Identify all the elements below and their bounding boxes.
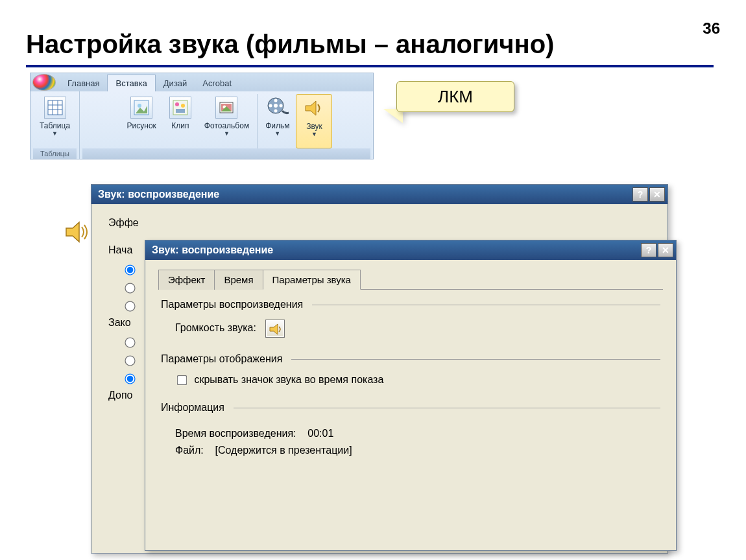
speaker-icon (303, 97, 325, 119)
help-button[interactable]: ? (632, 187, 648, 202)
svg-point-17 (274, 104, 278, 108)
ribbon-item-label: Фильм (265, 121, 289, 130)
film-reel-icon (267, 97, 289, 119)
ribbon-group-label-blank (82, 148, 370, 159)
ribbon-group-tables: Таблица ▼ Таблицы (30, 91, 80, 159)
ribbon-item-table[interactable]: Таблица ▼ (33, 94, 77, 148)
radio-end-1[interactable] (125, 337, 135, 347)
ribbon-tab-row: Главная Вставка Дизай Acrobat (30, 73, 373, 91)
volume-button[interactable] (265, 320, 285, 338)
close-button[interactable]: ✕ (649, 187, 665, 202)
ribbon-item-label: Фотоальбом (204, 121, 249, 130)
callout-lkm: ЛКМ (396, 81, 514, 112)
title-underline (26, 65, 714, 67)
radio-start-2[interactable] (125, 283, 135, 293)
svg-marker-24 (270, 324, 278, 334)
clip-icon (169, 97, 191, 119)
ribbon-tab-acrobat[interactable]: Acrobat (195, 75, 239, 91)
picture-icon (130, 97, 152, 119)
svg-point-18 (274, 99, 277, 102)
checkbox-hide-icon[interactable] (177, 375, 187, 386)
dialog-title: Звук: воспроизведение (152, 244, 273, 256)
svg-point-6 (138, 104, 141, 108)
dropdown-arrow-icon: ▼ (224, 130, 230, 137)
ribbon-item-movie[interactable]: Фильм ▼ (259, 94, 296, 148)
help-button[interactable]: ? (641, 243, 656, 257)
dialog-title: Звук: воспроизведение (98, 189, 219, 200)
dialog-titlebar: Звук: воспроизведение ? ✕ (91, 185, 668, 204)
ribbon-item-picture[interactable]: Рисунок (121, 94, 163, 148)
checkbox-hide-icon-row[interactable]: скрывать значок звука во время показа (175, 374, 383, 385)
ribbon-item-label: Звук (306, 122, 322, 131)
slide-title: Настройка звука (фильмы – аналогично) (26, 30, 554, 59)
tab-sound-params[interactable]: Параметры звука (263, 270, 361, 290)
ribbon-tab-insert[interactable]: Вставка (107, 75, 155, 91)
ribbon-group-illustrations: Рисунок Клип Фотоальбом ▼ (80, 91, 373, 159)
ribbon-item-album[interactable]: Фотоальбом ▼ (198, 94, 256, 148)
dialog-titlebar: Звук: воспроизведение ? ✕ (145, 240, 676, 260)
dropdown-arrow-icon: ▼ (52, 130, 58, 137)
radio-start-3[interactable] (125, 301, 135, 311)
label-effect: Эффе (108, 217, 655, 229)
ribbon-item-label: Клип (171, 121, 189, 130)
svg-rect-0 (48, 100, 62, 115)
table-icon (44, 97, 66, 119)
label-file: Файл: (175, 445, 204, 456)
label-play-time: Время воспроизведения: (175, 428, 296, 439)
svg-marker-23 (66, 222, 79, 242)
groupbox-label: Параметры отображения (161, 353, 287, 365)
groupbox-display: Параметры отображения скрывать значок зв… (161, 353, 660, 390)
value-play-time: 00:01 (307, 428, 333, 439)
ribbon-item-clip[interactable]: Клип (163, 94, 198, 148)
ribbon-tab-home[interactable]: Главная (60, 75, 107, 91)
radio-start-1[interactable] (125, 264, 135, 275)
svg-point-9 (175, 102, 179, 106)
radio-end-2[interactable] (125, 355, 135, 366)
svg-rect-11 (176, 109, 185, 113)
ribbon-group-label-tables: Таблицы (33, 148, 77, 159)
office-button[interactable] (32, 74, 56, 91)
ribbon-item-label: Рисунок (127, 121, 156, 130)
ribbon: Главная Вставка Дизай Acrobat Таблица ▼ … (30, 73, 374, 159)
label-volume: Громкость звука: (175, 322, 256, 333)
slide-number: 36 (703, 19, 720, 38)
value-file: [Содержится в презентации] (215, 445, 352, 456)
ribbon-tab-design[interactable]: Дизай (156, 75, 195, 91)
svg-point-20 (274, 110, 277, 113)
groupbox-label: Информация (161, 402, 230, 414)
slide-speaker-icon (65, 220, 93, 244)
svg-point-21 (269, 104, 272, 108)
radio-end-3[interactable] (125, 373, 135, 384)
dialog-tabs: Эффект Время Параметры звука (158, 269, 663, 290)
dropdown-arrow-icon: ▼ (274, 130, 280, 137)
ribbon-body: Таблица ▼ Таблицы Рисунок Клип (30, 91, 373, 159)
svg-point-10 (181, 104, 185, 108)
ribbon-item-label: Таблица (40, 121, 70, 130)
dialog-sound-playback-front: Звук: воспроизведение ? ✕ Эффект Время П… (145, 240, 677, 551)
svg-marker-22 (306, 101, 316, 115)
groupbox-info: Информация Время воспроизведения: 00:01 … (161, 402, 660, 465)
close-button[interactable]: ✕ (658, 243, 673, 257)
dropdown-arrow-icon: ▼ (311, 131, 317, 137)
groupbox-playback: Параметры воспроизведения Громкость звук… (161, 299, 660, 342)
svg-point-19 (279, 104, 282, 108)
groupbox-label: Параметры воспроизведения (161, 299, 308, 310)
photo-album-icon (215, 97, 237, 119)
checkbox-hide-icon-label: скрывать значок звука во время показа (194, 374, 383, 385)
tab-time[interactable]: Время (214, 270, 263, 290)
ribbon-item-sound[interactable]: Звук ▼ (296, 94, 332, 148)
tab-effect[interactable]: Эффект (158, 270, 215, 290)
